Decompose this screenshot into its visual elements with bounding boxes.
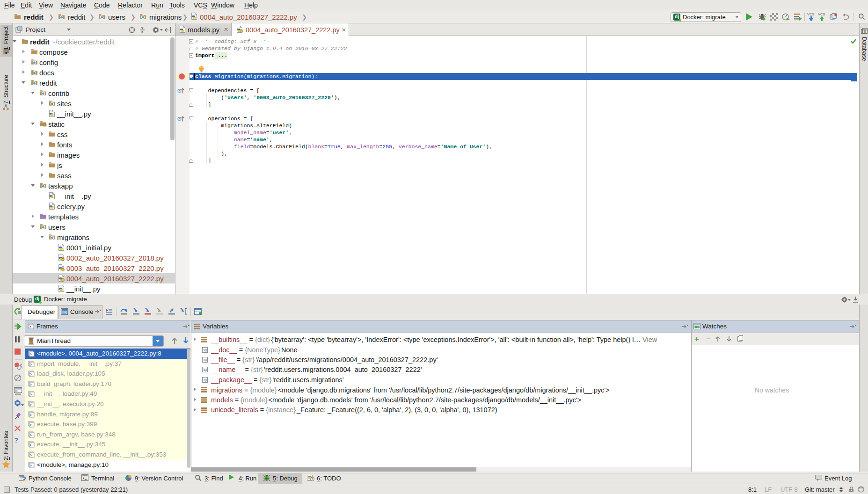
svg-text:3β: 3β — [203, 349, 207, 352]
svg-text:3β: 3β — [203, 378, 207, 382]
svg-text:VCS: VCS — [818, 12, 825, 16]
svg-text:3β: 3β — [203, 358, 207, 362]
svg-text:VCS: VCS — [807, 12, 814, 16]
svg-text:3β: 3β — [203, 368, 207, 372]
